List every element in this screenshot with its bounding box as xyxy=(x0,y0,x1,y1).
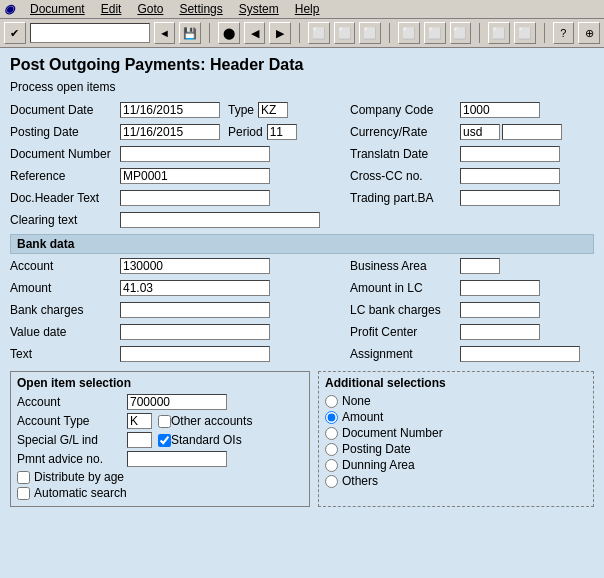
company-code-input[interactable] xyxy=(460,102,540,118)
profit-center-input[interactable] xyxy=(460,324,540,340)
app-icon: ◉ xyxy=(4,2,14,16)
radio-posting-date[interactable] xyxy=(325,443,338,456)
radio-none-row: None xyxy=(325,394,587,408)
bank-account-input[interactable] xyxy=(120,258,270,274)
menu-document[interactable]: Document xyxy=(30,2,85,16)
bottom-panels: Open item selection Account Account Type… xyxy=(10,371,594,507)
header-right2: Currency/Rate xyxy=(350,124,594,143)
translatn-date-input[interactable] xyxy=(460,146,560,162)
trading-part-input[interactable] xyxy=(460,190,560,206)
oi-account-type-label: Account Type xyxy=(17,414,127,428)
assignment-input[interactable] xyxy=(460,346,580,362)
bank-right3: LC bank charges xyxy=(350,302,594,321)
btn6[interactable]: ⬜ xyxy=(359,22,381,44)
radio-none-label: None xyxy=(342,394,371,408)
bank-left4: Value date xyxy=(10,324,340,343)
btn3[interactable]: ▶ xyxy=(269,22,291,44)
radio-amount[interactable] xyxy=(325,411,338,424)
main-window: ◉ Document Edit Goto Settings System Hel… xyxy=(0,0,604,515)
amount-in-lc-input[interactable] xyxy=(460,280,540,296)
oi-account-type-input[interactable] xyxy=(127,413,152,429)
oi-account-input[interactable] xyxy=(127,394,227,410)
back-icon[interactable]: ◄ xyxy=(154,22,176,44)
radio-document-number[interactable] xyxy=(325,427,338,440)
document-number-input[interactable] xyxy=(120,146,270,162)
btn7[interactable]: ⬜ xyxy=(398,22,420,44)
header-row4: Reference Cross-CC no. xyxy=(10,168,594,187)
clearing-text-input[interactable] xyxy=(120,212,320,228)
bank-charges-label: Bank charges xyxy=(10,303,120,317)
btn4[interactable]: ⬜ xyxy=(308,22,330,44)
cross-cc-input[interactable] xyxy=(460,168,560,184)
command-input[interactable] xyxy=(30,23,150,43)
currency-rate2-input[interactable] xyxy=(502,124,562,140)
oi-account-type-row: Account Type Other accounts xyxy=(17,413,303,429)
radio-others[interactable] xyxy=(325,475,338,488)
document-date-input[interactable] xyxy=(120,102,220,118)
help-icon[interactable]: ? xyxy=(553,22,575,44)
header-left3: Document Number xyxy=(10,146,340,165)
oi-special-gl-input[interactable] xyxy=(127,432,152,448)
bank-charges-input[interactable] xyxy=(120,302,270,318)
radio-none[interactable] xyxy=(325,395,338,408)
doc-header-text-input[interactable] xyxy=(120,190,270,206)
header-left4: Reference xyxy=(10,168,340,187)
subtitle: Process open items xyxy=(10,80,594,94)
save-icon[interactable]: 💾 xyxy=(179,22,201,44)
reference-input[interactable] xyxy=(120,168,270,184)
radio-dunning-area[interactable] xyxy=(325,459,338,472)
bank-row4: Value date Profit Center xyxy=(10,324,594,343)
check-button[interactable]: ✔ xyxy=(4,22,26,44)
btn2[interactable]: ◀ xyxy=(244,22,266,44)
type-input[interactable] xyxy=(258,102,288,118)
menu-system[interactable]: System xyxy=(239,2,279,16)
standard-ois-checkbox[interactable] xyxy=(158,434,171,447)
radio-dunning-area-row: Dunning Area xyxy=(325,458,587,472)
value-date-input[interactable] xyxy=(120,324,270,340)
document-number-label: Document Number xyxy=(10,147,120,161)
sep1 xyxy=(209,23,210,43)
reference-label: Reference xyxy=(10,169,120,183)
oi-special-gl-label: Special G/L ind xyxy=(17,433,127,447)
btn5[interactable]: ⬜ xyxy=(334,22,356,44)
additional-selections-panel: Additional selections None Amount Docume… xyxy=(318,371,594,507)
menu-help[interactable]: Help xyxy=(295,2,320,16)
period-input[interactable] xyxy=(267,124,297,140)
menu-goto[interactable]: Goto xyxy=(137,2,163,16)
header-left5: Doc.Header Text xyxy=(10,190,340,209)
menu-edit[interactable]: Edit xyxy=(101,2,122,16)
oi-pmnt-advice-row: Pmnt advice no. xyxy=(17,451,303,467)
automatic-search-checkbox[interactable] xyxy=(17,487,30,500)
business-area-input[interactable] xyxy=(460,258,500,274)
radio-others-label: Others xyxy=(342,474,378,488)
bank-text-input[interactable] xyxy=(120,346,270,362)
header-row2: Posting Date Period Currency/Rate xyxy=(10,124,594,143)
btn8[interactable]: ⬜ xyxy=(424,22,446,44)
lc-bank-charges-input[interactable] xyxy=(460,302,540,318)
oi-account-label: Account xyxy=(17,395,127,409)
value-date-label: Value date xyxy=(10,325,120,339)
automatic-search-label: Automatic search xyxy=(34,486,127,500)
oi-pmnt-advice-input[interactable] xyxy=(127,451,227,467)
currency-rate-input[interactable] xyxy=(460,124,500,140)
btn9[interactable]: ⬜ xyxy=(450,22,472,44)
distribute-by-age-checkbox[interactable] xyxy=(17,471,30,484)
btn11[interactable]: ⬜ xyxy=(514,22,536,44)
other-accounts-checkbox[interactable] xyxy=(158,415,171,428)
lc-bank-charges-label: LC bank charges xyxy=(350,303,460,317)
bank-amount-input[interactable] xyxy=(120,280,270,296)
customize-icon[interactable]: ⊕ xyxy=(578,22,600,44)
oi-account-row: Account xyxy=(17,394,303,410)
header-row5: Doc.Header Text Trading part.BA xyxy=(10,190,594,209)
menu-settings[interactable]: Settings xyxy=(179,2,222,16)
header-right1: Company Code xyxy=(350,102,594,121)
bank-right4: Profit Center xyxy=(350,324,594,343)
btn10[interactable]: ⬜ xyxy=(488,22,510,44)
btn1[interactable]: ⬤ xyxy=(218,22,240,44)
doc-header-text-label: Doc.Header Text xyxy=(10,191,120,205)
bank-left1: Account xyxy=(10,258,340,277)
posting-date-input[interactable] xyxy=(120,124,220,140)
translatn-date-label: Translatn Date xyxy=(350,147,460,161)
document-date-label: Document Date xyxy=(10,103,120,117)
bank-data-header: Bank data xyxy=(10,234,594,254)
